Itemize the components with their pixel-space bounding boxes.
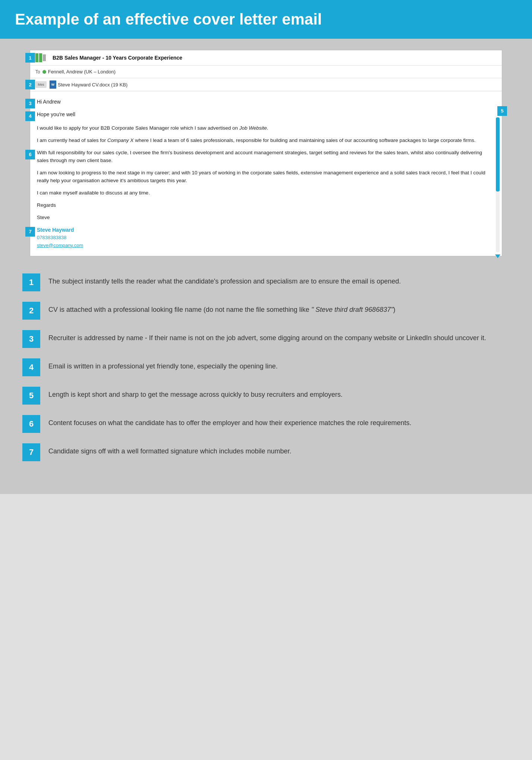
attachment-filename: Steve Hayward CV.docx (19 KB) [58, 82, 127, 88]
annotation-item-1: 1 The subject instantly tells the reader… [22, 273, 510, 291]
annotation-number-2: 2 [22, 302, 40, 320]
annotation-text-1: The subject instantly tells the reader w… [48, 273, 401, 286]
email-subject-row: 1 B2B Sales Manager - 10 Years Corporate… [30, 50, 502, 66]
annotation-text-3: Recruiter is addressed by name - If thei… [48, 330, 486, 343]
email-closing: Regards [37, 202, 495, 209]
scrollbar-thumb [496, 117, 500, 191]
annotation-item-2: 2 CV is attached with a professional loo… [22, 302, 510, 320]
badge-3: 3 [25, 99, 35, 108]
page-title: Example of an effective cover letter ema… [15, 10, 517, 28]
email-mockup: 1 B2B Sales Manager - 10 Years Corporate… [30, 50, 502, 256]
scrollbar[interactable] [496, 117, 500, 252]
badge-7: 7 [25, 227, 35, 237]
email-para-5: I can make myself available to discuss a… [37, 189, 495, 197]
email-para-4: I am now looking to progress to the next… [37, 169, 495, 185]
email-para-1: I would like to apply for your B2B Corpo… [37, 124, 495, 132]
annotation-number-1: 1 [22, 273, 40, 291]
to-label: To [35, 69, 40, 75]
annotation-item-3: 3 Recruiter is addressed by name - If th… [22, 330, 510, 348]
email-para-3: With full responsibility for our sales c… [37, 149, 495, 165]
annotation-number-3: 3 [22, 330, 40, 348]
email-body: 3 Hi Andrew 4 Hope you're well 5 I would… [30, 91, 502, 256]
annotation-number-5: 5 [22, 387, 40, 405]
signature-email: steve@company.com [37, 242, 495, 249]
annotation-item-4: 4 Email is written in a professional yet… [22, 358, 510, 376]
page-header: Example of an effective cover letter ema… [0, 0, 532, 39]
badge-6: 6 [25, 150, 35, 159]
annotation-item-5: 5 Length is kept short and sharp to get … [22, 387, 510, 405]
message-icon: Mes [35, 81, 47, 88]
main-content: 1 B2B Sales Manager - 10 Years Corporate… [0, 39, 532, 494]
email-subject-text: B2B Sales Manager - 10 Years Corporate E… [53, 55, 182, 61]
annotation-number-7: 7 [22, 443, 40, 461]
badge-2: 2 [25, 80, 35, 89]
annotation-item-6: 6 Content focuses on what the candidate … [22, 415, 510, 433]
email-attachment-row: 2 Mes W Steve Hayward CV.docx (19 KB) [30, 78, 502, 91]
email-recipient: Fennell, Andrew (UK – London) [48, 69, 115, 75]
annotations-list: 1 The subject instantly tells the reader… [15, 270, 517, 479]
annotation-text-4: Email is written in a professional yet f… [48, 358, 278, 371]
email-greeting: Hi Andrew [37, 98, 495, 106]
badge-5: 5 [497, 106, 507, 116]
annotation-text-2: CV is attached with a professional looki… [48, 302, 395, 315]
email-opening: Hope you're well [37, 111, 495, 119]
recipient-dot [42, 70, 46, 74]
email-name: Steve [37, 214, 495, 222]
badge-4: 4 [25, 111, 35, 121]
email-para-2: I am currently head of sales for Company… [37, 137, 495, 145]
annotation-text-6: Content focuses on what the candidate ha… [48, 415, 411, 428]
annotation-number-4: 4 [22, 358, 40, 376]
annotation-text-7: Candidate signs off with a well formatte… [48, 443, 291, 456]
annotation-number-6: 6 [22, 415, 40, 433]
annotation-item-7: 7 Candidate signs off with a well format… [22, 443, 510, 461]
signature-phone: 07838383838 [37, 234, 495, 241]
email-to-row: To Fennell, Andrew (UK – London) [30, 66, 502, 78]
annotation-text-5: Length is kept short and sharp to get th… [48, 387, 342, 400]
badge-1: 1 [25, 53, 35, 63]
scrollbar-arrow [495, 254, 500, 258]
signature-name: Steve Hayward [37, 226, 495, 234]
